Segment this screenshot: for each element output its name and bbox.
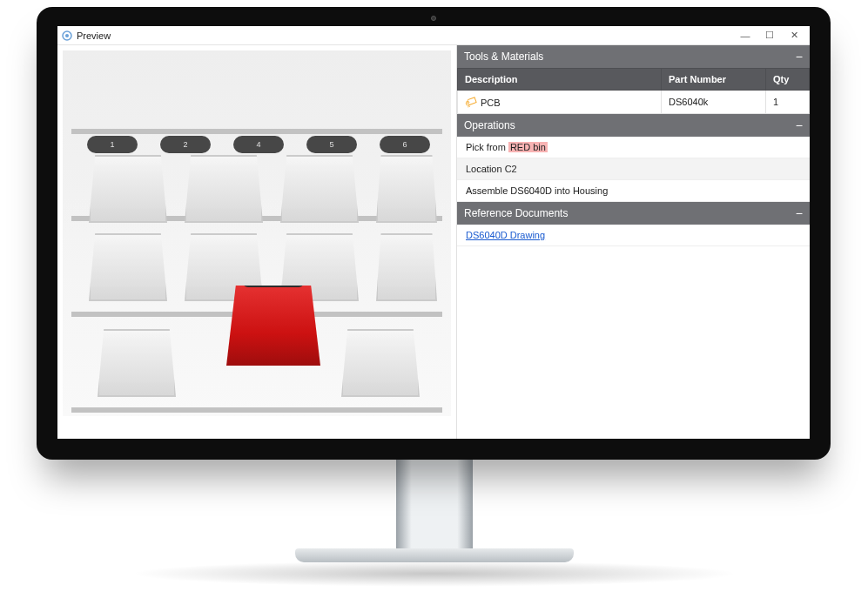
operations-list: Pick from RED bin Location C2 Assemble D… [457, 137, 810, 202]
camera-icon [431, 16, 436, 21]
section-title: Operations [464, 119, 515, 131]
titlebar: Preview — ☐ ✕ [57, 26, 810, 45]
section-title: Reference Documents [464, 207, 568, 219]
collapse-icon: − [796, 207, 803, 219]
monitor-frame: Preview — ☐ ✕ 1 2 4 5 6 [37, 7, 831, 460]
maximize-icon: ☐ [765, 30, 774, 41]
cell-part-number: DS6040k [662, 91, 766, 114]
col-qty: Qty [766, 69, 810, 91]
operation-row[interactable]: Location C2 [457, 158, 810, 180]
tools-table: Description Part Number Qty 🏷PCB DS6040k… [457, 68, 810, 114]
operation-row[interactable]: Pick from RED bin [457, 137, 810, 158]
close-button[interactable]: ✕ [782, 28, 806, 44]
bin-label: 5 [306, 136, 357, 153]
section-header-reference[interactable]: Reference Documents − [457, 202, 810, 225]
bin-label: 4 [233, 136, 284, 153]
op-text: Pick from [466, 142, 508, 152]
cell-qty: 1 [766, 91, 810, 114]
tag-icon: 🏷 [463, 94, 479, 110]
reference-row: DS6040D Drawing [457, 225, 810, 246]
op-highlight: RED bin [508, 142, 548, 152]
reference-link[interactable]: DS6040D Drawing [466, 230, 545, 240]
minimize-button[interactable]: — [733, 28, 757, 44]
collapse-icon: − [796, 50, 803, 63]
close-icon: ✕ [791, 30, 798, 41]
monitor-shadow [130, 561, 739, 587]
image-panel: 1 2 4 5 6 [57, 45, 457, 439]
op-text: Location C2 [466, 164, 517, 174]
bin-label: 2 [160, 136, 211, 153]
collapse-icon: − [796, 119, 803, 131]
col-description: Description [458, 69, 662, 91]
bin-label: 6 [380, 136, 430, 153]
preview-image: 1 2 4 5 6 [63, 50, 451, 416]
maximize-button[interactable]: ☐ [757, 28, 782, 44]
side-panel: Tools & Materials − Description Part Num… [457, 45, 810, 439]
section-header-tools[interactable]: Tools & Materials − [457, 45, 810, 68]
operation-row[interactable]: Assemble DS6040D into Housing [457, 180, 810, 202]
app-window: Preview — ☐ ✕ 1 2 4 5 6 [57, 26, 810, 439]
section-header-operations[interactable]: Operations − [457, 114, 810, 137]
monitor-stand-neck [396, 458, 473, 554]
svg-point-1 [65, 34, 69, 37]
col-part-number: Part Number [662, 69, 766, 91]
table-row[interactable]: 🏷PCB DS6040k 1 [458, 91, 810, 114]
bin-label: 1 [87, 136, 138, 153]
app-icon [61, 30, 73, 42]
minimize-icon: — [741, 30, 750, 41]
window-title: Preview [77, 30, 111, 41]
op-text: Assemble DS6040D into Housing [466, 185, 608, 196]
section-title: Tools & Materials [464, 50, 543, 63]
cell-description: PCB [481, 97, 501, 108]
